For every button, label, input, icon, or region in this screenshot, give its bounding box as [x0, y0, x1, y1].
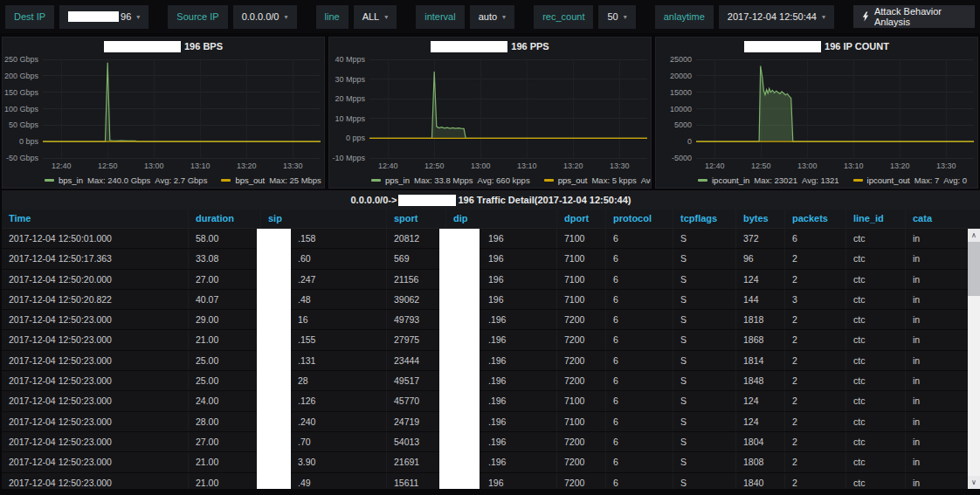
column-header-bytes[interactable]: bytes	[735, 210, 784, 228]
scrollbar-thumb[interactable]	[968, 242, 980, 296]
table-row: 2017-12-04 12:50:23.00029.001649793.1967…	[2, 310, 980, 330]
column-header-protocol[interactable]: protocol	[605, 210, 673, 228]
cell-cata: in	[905, 310, 968, 329]
table-scrollbar[interactable]: ∧ ∨	[968, 229, 980, 489]
cell-sport: 23444	[386, 351, 445, 370]
filter-value-dropdown[interactable]: auto▾	[470, 5, 514, 29]
cell-duration: 40.07	[188, 290, 260, 309]
cell-bytes: 124	[735, 412, 784, 431]
filter-value-text: 2017-12-04 12:50:44	[728, 11, 817, 22]
column-header-packets[interactable]: packets	[784, 210, 845, 228]
cell-dport: 7200	[556, 330, 605, 349]
series-ipcount_in-line	[696, 66, 974, 142]
svg-text:13:10: 13:10	[517, 162, 537, 170]
cell-bytes: 1804	[735, 432, 784, 451]
column-header-duration[interactable]: duration	[188, 210, 260, 228]
cell-Time: 2017-12-04 12:50:17.363	[2, 249, 188, 268]
cell-line_id: ctc	[845, 452, 905, 471]
cell-packets: 2	[784, 310, 845, 329]
cell-sport: 49793	[386, 310, 445, 329]
svg-text:13:20: 13:20	[563, 162, 583, 170]
cell-protocol: 6	[605, 432, 673, 451]
legend-item-ipcount_in[interactable]: ipcount_inMax: 23021Avg: 1321	[698, 175, 839, 185]
cell-Time: 2017-12-04 12:50:20.822	[2, 290, 188, 309]
filter-value-dropdown[interactable]: 50▾	[598, 5, 635, 29]
cell-duration: 21.00	[188, 330, 260, 349]
cell-duration: 27.00	[188, 270, 260, 289]
chart-title[interactable]: 196 BPS	[3, 38, 324, 55]
legend-series-name: ipcount_out	[867, 175, 910, 185]
filter-label: rec_count	[534, 5, 593, 29]
cell-packets: 2	[784, 351, 845, 370]
filter-toolbar: Dest IP96▾Source IP0.0.0.0/0▾lineALL▾int…	[0, 0, 980, 33]
cell-line_id: ctc	[845, 290, 905, 309]
table-row: 2017-12-04 12:50:23.00021.003.9021691.19…	[2, 452, 980, 472]
cell-duration: 33.08	[188, 249, 260, 268]
svg-text:0 pps: 0 pps	[346, 134, 366, 142]
legend-item-bps_in[interactable]: bps_inMax: 240.0 GbpsAvg: 2.7 Gbps	[45, 175, 207, 185]
filter-value-dropdown[interactable]: ALL▾	[354, 5, 397, 29]
attack-behavior-analysis-button[interactable]: Attack Behavior Anlaysis	[853, 5, 975, 28]
column-header-tcpflags[interactable]: tcpflags	[673, 210, 735, 228]
chart-title[interactable]: 196 IP COUNT	[656, 38, 977, 55]
cell-sport: 54013	[386, 432, 445, 451]
filter-value-text: ALL	[362, 11, 380, 22]
cell-cata: in	[905, 412, 968, 431]
cell-line_id: ctc	[845, 412, 905, 431]
cell-sport: 21156	[386, 270, 445, 289]
scroll-up-icon[interactable]: ∧	[968, 229, 980, 242]
filter-label: Dest IP	[5, 5, 54, 29]
cell-line_id: ctc	[845, 249, 905, 268]
cell-bytes: 372	[735, 229, 784, 248]
cell-line_id: ctc	[845, 432, 905, 451]
cell-dport: 7200	[556, 473, 605, 489]
cell-sport: 21691	[386, 452, 445, 471]
chart-title[interactable]: 196 PPS	[329, 38, 651, 55]
table-row: 2017-12-04 12:50:01.00058.00.15820812196…	[2, 229, 980, 249]
caret-down-icon: ▾	[822, 13, 825, 21]
cell-Time: 2017-12-04 12:50:23.000	[2, 391, 188, 410]
cell-tcpflags: S	[673, 412, 735, 431]
legend-item-bps_out[interactable]: bps_outMax: 25 MbpsAvg: 611 kbps	[221, 175, 325, 185]
cell-duration: 58.00	[188, 229, 260, 248]
filter-label: interval	[416, 5, 464, 29]
cell-dport: 7200	[556, 452, 605, 471]
filter-value-dropdown[interactable]: 2017-12-04 12:50:44▾	[719, 5, 834, 29]
cell-cata: in	[905, 249, 968, 268]
column-header-cata[interactable]: cata	[905, 210, 968, 228]
chart-legend: ipcount_inMax: 23021Avg: 1321ipcount_out…	[656, 172, 977, 188]
legend-max-stat: Max: 240.0 Gbps	[87, 175, 150, 185]
legend-item-ipcount_out[interactable]: ipcount_outMax: 7Avg: 0	[853, 175, 967, 185]
cell-dport: 7100	[556, 229, 605, 248]
cell-packets: 3	[784, 290, 845, 309]
legend-item-pps_in[interactable]: pps_inMax: 33.8 MppsAvg: 660 kpps	[371, 175, 530, 185]
chart-title-text: 196 IP COUNT	[825, 41, 889, 52]
column-header-sport[interactable]: sport	[386, 210, 445, 228]
cell-protocol: 6	[605, 391, 673, 410]
table-row: 2017-12-04 12:50:23.00027.00.7054013.196…	[2, 432, 980, 452]
traffic-detail-title[interactable]: 0.0.0.0/0-> 196 Traffic Detail(2017-12-0…	[2, 190, 980, 210]
attack-button-label: Attack Behavior Anlaysis	[874, 6, 966, 27]
legend-max-stat: Max: 5 kpps	[591, 175, 636, 185]
cell-tcpflags: S	[673, 229, 735, 248]
svg-text:12:50: 12:50	[751, 162, 771, 170]
legend-item-pps_out[interactable]: pps_outMax: 5 kppsAvg: 244 pps	[544, 175, 652, 185]
caret-down-icon: ▾	[502, 13, 506, 21]
svg-text:150 Gbps: 150 Gbps	[4, 88, 39, 97]
column-header-dip[interactable]: dip	[445, 210, 556, 228]
column-header-sip[interactable]: sip	[260, 210, 386, 228]
column-header-Time[interactable]: Time	[2, 210, 188, 228]
filter-value-dropdown[interactable]: 96▾	[59, 5, 148, 29]
svg-text:10000: 10000	[670, 105, 692, 113]
scrollbar-track[interactable]	[968, 296, 980, 476]
cell-Time: 2017-12-04 12:50:23.000	[2, 310, 188, 329]
column-header-dport[interactable]: dport	[556, 210, 605, 228]
scroll-down-icon[interactable]: ∨	[968, 476, 980, 489]
cell-packets: 2	[784, 371, 845, 390]
filter-label: Source IP	[168, 5, 227, 29]
column-header-line_id[interactable]: line_id	[845, 210, 905, 228]
cell-cata: in	[905, 351, 968, 370]
filter-value-dropdown[interactable]: 0.0.0.0/0▾	[233, 5, 297, 29]
cell-sport: 27975	[386, 330, 445, 349]
legend-max-stat: Max: 23021	[754, 175, 797, 185]
